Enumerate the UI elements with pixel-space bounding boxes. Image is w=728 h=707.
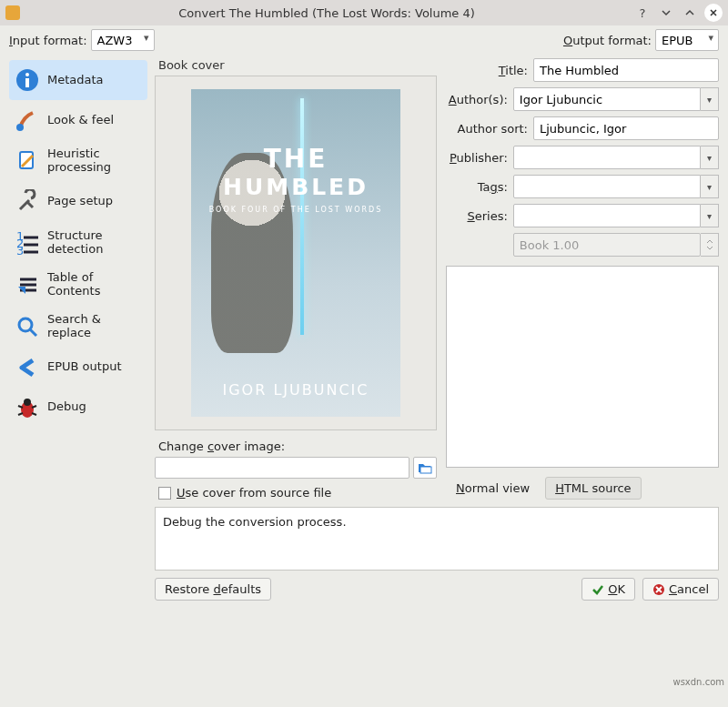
book-cover-section: Book cover THE HUMBLED BOOK FOUR OF THE …	[155, 56, 437, 500]
format-row: Input format: Output format:	[0, 25, 728, 56]
series-input[interactable]	[513, 204, 701, 227]
metadata-form: Title: Author(s): ▾ Author sort: Publish…	[446, 56, 719, 500]
bug-icon	[15, 395, 40, 420]
cover-author: IGOR LJUBUNCIC	[223, 381, 369, 399]
tags-dropdown[interactable]: ▾	[701, 175, 719, 198]
watermark: wsxdn.com	[672, 677, 724, 687]
cover-title-line2: HUMBLED	[223, 174, 369, 200]
window-title: Convert The Humbled (The Lost Words: Vol…	[25, 6, 628, 20]
series-dropdown[interactable]: ▾	[701, 204, 719, 227]
sidebar-item-label: Search & replace	[47, 313, 142, 340]
tab-html-source[interactable]: HTML source	[545, 477, 641, 500]
search-icon	[15, 314, 40, 339]
description-box: Debug the conversion process.	[155, 507, 719, 571]
comments-editor[interactable]	[446, 266, 719, 468]
description-text: Debug the conversion process.	[163, 515, 347, 529]
tab-normal-view[interactable]: Normal view	[446, 477, 540, 500]
authorsort-input[interactable]	[533, 116, 719, 140]
sidebar-item-structure[interactable]: 123 Structure detection	[9, 222, 147, 264]
series-label: Series:	[446, 209, 508, 223]
sidebar-item-page-setup[interactable]: Page setup	[9, 182, 147, 222]
output-format-select[interactable]	[655, 29, 719, 51]
sidebar-item-metadata[interactable]: Metadata	[9, 60, 147, 100]
series-index-input	[513, 233, 701, 257]
sidebar-item-label: Page setup	[47, 195, 142, 208]
publisher-label: Publisher:	[446, 151, 508, 165]
arrow-left-icon	[15, 355, 40, 380]
cover-subtitle: BOOK FOUR OF THE LOST WORDS	[209, 206, 383, 214]
svg-line-21	[32, 413, 36, 415]
button-bar: Restore defaults OK Cancel	[155, 576, 719, 608]
svg-line-15	[30, 329, 36, 336]
cover-title-line1: THE	[264, 144, 329, 174]
change-cover-label: Change cover image:	[158, 439, 437, 453]
folder-open-icon	[418, 461, 432, 474]
svg-point-2	[25, 73, 29, 76]
sidebar-item-heuristic[interactable]: Heuristic processing	[9, 140, 147, 182]
sidebar-item-epub-output[interactable]: EPUB output	[9, 348, 147, 388]
use-source-cover-checkbox[interactable]	[158, 487, 171, 500]
sidebar-item-debug[interactable]: Debug	[9, 388, 147, 428]
svg-rect-1	[25, 78, 29, 87]
sidebar-item-label: Debug	[47, 400, 142, 414]
svg-point-3	[16, 124, 24, 131]
maximize-button[interactable]	[681, 4, 699, 22]
info-icon	[15, 67, 40, 93]
svg-text:3: 3	[16, 244, 24, 256]
svg-line-20	[18, 413, 23, 415]
authorsort-label: Author sort:	[446, 122, 528, 136]
authors-dropdown[interactable]: ▾	[701, 87, 719, 111]
tags-label: Tags:	[446, 180, 508, 194]
ok-button[interactable]: OK	[581, 578, 635, 601]
cover-image: THE HUMBLED BOOK FOUR OF THE LOST WORDS …	[191, 89, 400, 417]
sidebar-item-label: Structure detection	[47, 229, 142, 257]
svg-rect-22	[420, 467, 431, 473]
svg-point-14	[19, 318, 32, 331]
sidebar-item-label: Metadata	[47, 74, 142, 87]
minimize-button[interactable]	[657, 4, 675, 22]
sidebar-item-label: EPUB output	[47, 360, 142, 374]
authors-input[interactable]	[513, 87, 701, 111]
cancel-button[interactable]: Cancel	[642, 578, 719, 601]
input-format-select[interactable]	[91, 29, 155, 51]
app-icon	[5, 5, 20, 20]
close-button[interactable]	[704, 4, 723, 22]
use-source-cover-label: Use cover from source file	[177, 486, 331, 500]
tags-input[interactable]	[513, 175, 701, 198]
sidebar-item-label: Look & feel	[47, 114, 142, 127]
authors-label: Author(s):	[446, 93, 508, 106]
help-button[interactable]: ?	[633, 4, 652, 22]
change-cover-input[interactable]	[155, 457, 410, 479]
series-index-stepper	[701, 233, 719, 257]
sidebar-item-look-feel[interactable]: Look & feel	[9, 100, 147, 140]
list-icon: 123	[15, 230, 40, 256]
sidebar: Metadata Look & feel Heuristic processin…	[9, 56, 147, 707]
sidebar-item-search-replace[interactable]: Search & replace	[9, 306, 147, 348]
output-format-label: Output format:	[563, 34, 652, 47]
main-pane: Book cover THE HUMBLED BOOK FOUR OF THE …	[155, 56, 719, 707]
sidebar-item-label: Heuristic processing	[47, 147, 142, 175]
sidebar-item-toc[interactable]: Table of Contents	[9, 264, 147, 306]
check-icon	[592, 583, 604, 596]
publisher-dropdown[interactable]: ▾	[701, 146, 719, 169]
publisher-input[interactable]	[513, 146, 701, 169]
browse-cover-button[interactable]	[413, 457, 437, 479]
sidebar-item-label: Table of Contents	[47, 271, 142, 298]
title-input[interactable]	[533, 58, 719, 82]
toc-icon	[15, 272, 40, 298]
title-label: Title:	[446, 64, 528, 77]
cover-preview: THE HUMBLED BOOK FOUR OF THE LOST WORDS …	[155, 76, 437, 430]
wand-icon	[15, 148, 40, 174]
book-cover-label: Book cover	[158, 58, 437, 72]
svg-point-17	[24, 399, 31, 406]
input-format-label: Input format:	[9, 34, 87, 47]
cancel-icon	[652, 583, 665, 596]
brush-icon	[15, 107, 40, 133]
titlebar: Convert The Humbled (The Lost Words: Vol…	[0, 0, 728, 25]
restore-defaults-button[interactable]: Restore defaults	[155, 578, 271, 601]
wrench-icon	[15, 189, 40, 215]
